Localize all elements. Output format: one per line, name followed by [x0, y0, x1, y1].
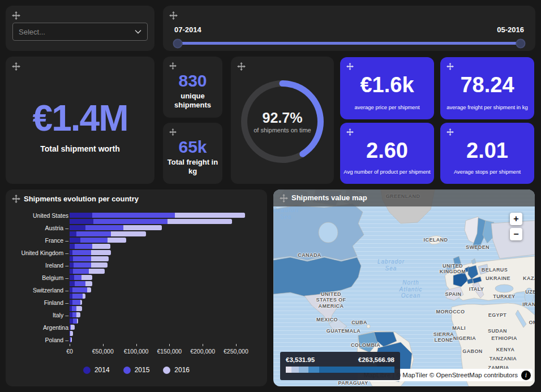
move-icon[interactable]	[12, 11, 20, 20]
bar-category-label: Belgium–	[12, 274, 70, 281]
country-label: GUATEMALA	[327, 328, 360, 334]
bar-segment-2014	[70, 219, 93, 224]
unique-shipments-card: 830 unique shipments	[163, 57, 222, 118]
bar-segment-2014	[70, 281, 75, 286]
map-value-legend: €3,531.95 €263,566.98	[280, 352, 400, 380]
ocean-label: Beaufort Sea	[273, 207, 299, 220]
bar-row	[12, 231, 259, 237]
total-worth-card: €1.4M Total shipment worth	[6, 57, 154, 184]
bar-category-label: France–	[12, 237, 70, 244]
bar-row: Finland–	[12, 299, 259, 305]
chart-x-axis: €0€50,000€100,000€150,000€200,000€250,00…	[70, 344, 259, 357]
bar-row: Argentina	[12, 324, 259, 330]
legend-color-segment	[299, 367, 308, 373]
bar-segment-2015	[85, 225, 123, 230]
x-tick-label: €200,000	[190, 348, 215, 355]
bar-segment-2015	[75, 281, 85, 286]
map-zoom-in-button[interactable]: +	[510, 213, 522, 225]
country-label: COLOMBIA	[351, 342, 380, 348]
bar-segment-2016	[76, 306, 83, 311]
bar-segment-2015	[72, 294, 83, 299]
bar-segment-2015	[74, 262, 91, 268]
bar-segment-2014	[70, 213, 92, 218]
legend-label: 2014	[95, 366, 110, 374]
bar-segment-2016	[80, 300, 83, 305]
bar-segment-2016	[175, 213, 245, 218]
country-label: UKRAINE	[486, 275, 510, 281]
country-label: UZBEKISTAN	[525, 289, 535, 295]
unique-shipments-value: 830	[163, 71, 222, 91]
total-worth-label: Total shipment worth	[6, 144, 154, 153]
bar-segment-2014	[70, 238, 80, 243]
legend-label: 2015	[135, 366, 150, 374]
move-icon[interactable]	[169, 128, 178, 137]
select-placeholder: Select...	[19, 28, 45, 36]
country-label: SUDAN	[488, 328, 507, 334]
move-icon[interactable]	[169, 62, 178, 71]
legend-color-segment	[291, 367, 299, 373]
legend-item-2016[interactable]: 2016	[163, 366, 190, 374]
bar-segment-2015	[72, 287, 87, 292]
slider-handle-start[interactable]	[173, 38, 183, 48]
country-label: BELARUS	[482, 267, 508, 273]
country-label: KAZAKHSTAN	[523, 275, 535, 281]
legend-item-2014[interactable]: 2014	[83, 366, 110, 374]
bar-row: Poland–	[12, 337, 259, 343]
avg-products-value: 2.60	[340, 139, 434, 163]
bar-segment-2015	[76, 231, 111, 236]
move-icon[interactable]	[446, 63, 455, 71]
on-time-label: of shipments on time	[254, 127, 311, 133]
country-label: SPAIN	[445, 291, 462, 297]
legend-item-2015[interactable]: 2015	[123, 366, 150, 374]
avg-products-label: Avg number of product per shipment	[344, 169, 431, 175]
bar-segment-2016	[70, 331, 73, 336]
bar-row: France–	[12, 237, 259, 243]
x-tick-label: €0	[66, 348, 73, 355]
legend-max-value: €263,566.98	[358, 356, 394, 363]
move-icon[interactable]	[12, 195, 20, 203]
move-icon[interactable]	[346, 128, 355, 137]
bar-segment-2016	[87, 287, 91, 292]
info-icon[interactable]: i	[521, 371, 531, 380]
bar-category-label: United Kingdom–	[12, 249, 70, 256]
legend-dot	[123, 367, 131, 374]
bar-segment-2016	[168, 219, 232, 224]
range-end-label: 05-2016	[497, 25, 524, 34]
shipments-evolution-chart-card: Shipments evolution per country United S…	[6, 189, 267, 386]
x-tick-mark	[203, 344, 203, 346]
total-freight-value: 65k	[163, 137, 222, 157]
bar-segment-2015	[80, 238, 108, 243]
bar-row	[12, 305, 259, 312]
bar-segment-2016	[81, 275, 92, 280]
bar-row	[12, 293, 259, 299]
bar-row	[12, 281, 259, 287]
x-tick-mark	[70, 344, 70, 346]
move-icon[interactable]	[169, 11, 178, 20]
bar-chart-plot: United StatesAustria–France–United Kingd…	[12, 212, 259, 343]
country-label: SIERRA LEONE	[433, 331, 454, 343]
country-label: UNITED KINGDOM	[440, 263, 466, 275]
bar-segment-2015	[72, 300, 80, 305]
bar-row: Austria–	[12, 225, 259, 231]
bar-segment-2015	[73, 269, 89, 274]
slider-handle-end[interactable]	[516, 38, 526, 48]
country-label: UNITED STATES OF AMERICA	[316, 291, 346, 309]
country-select[interactable]: Select...	[12, 23, 148, 41]
range-start-label: 07-2014	[174, 25, 201, 34]
move-icon[interactable]	[446, 128, 455, 137]
avg-price-value: €1.6k	[340, 73, 434, 97]
map-zoom-out-button[interactable]: −	[510, 228, 522, 240]
move-icon[interactable]	[346, 63, 355, 71]
on-time-value: 92.7%	[263, 110, 303, 126]
move-icon[interactable]	[237, 62, 246, 71]
move-icon[interactable]	[12, 62, 20, 71]
legend-color-scale	[286, 367, 394, 373]
date-slider-track[interactable]	[178, 42, 521, 45]
bar-row: United Kingdom–	[12, 249, 259, 256]
x-tick-mark	[103, 344, 104, 346]
avg-price-label: average price per shipment	[344, 104, 431, 110]
bar-row	[12, 318, 259, 324]
bar-segment-2016	[111, 231, 146, 236]
country-label: KENYA	[496, 347, 515, 352]
move-icon[interactable]	[280, 194, 288, 203]
